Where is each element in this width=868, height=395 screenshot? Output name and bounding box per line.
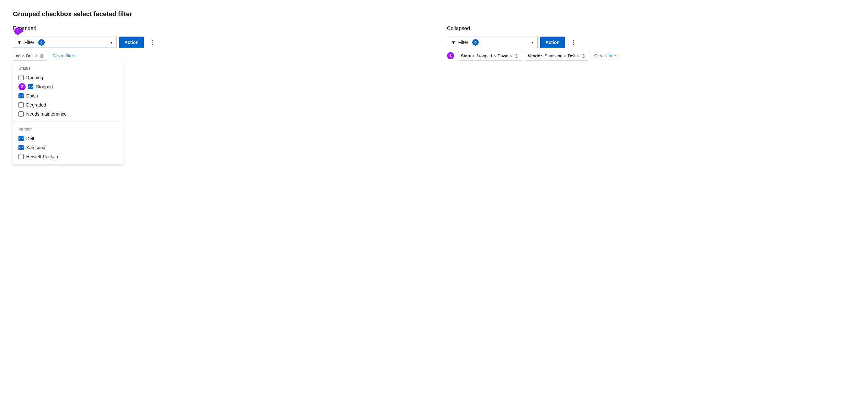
dell-chip-label: Dell [26,54,33,58]
running-checkbox[interactable] [19,75,24,80]
filter-label: Filter [24,40,34,45]
vendor-option-samsung[interactable]: ✓ Samsung [19,143,118,152]
samsung-checkbox[interactable]: ✓ [19,145,24,150]
stopped-checkbox[interactable]: ✓ [28,84,33,89]
partial-chip-close[interactable]: ✕ [22,54,25,58]
collapsed-down-chip-label: Down [497,54,508,58]
needs-maintenance-checkbox[interactable] [19,111,24,117]
collapsed-kebab-button[interactable]: ⋮ [567,37,579,48]
status-group-heading: Status [19,66,118,71]
collapsed-chevron-down-icon: ▾ [531,40,533,45]
expanded-section: Expanded 1 ▼ Filter 4 ▾ Action [13,26,421,164]
annotation-badge-3: 3 [447,52,454,59]
expanded-dropdown-panel: Status Running 2 ✓ Stopped [13,61,123,164]
stopped-label: Stopped [36,84,53,89]
collapsed-label: Collapsed [447,26,855,31]
collapsed-status-group-label: Status [461,54,474,58]
running-label: Running [26,75,43,80]
collapsed-status-group-close[interactable]: ⊗ [514,53,519,59]
expanded-partial-chip-group: ng ✕ Dell ✕ ⊗ [13,51,47,61]
expanded-kebab-button[interactable]: ⋮ [146,37,158,48]
kebab-icon: ⋮ [149,39,155,46]
filter-funnel-icon: ▼ [17,40,22,45]
chevron-down-icon: ▾ [111,40,113,45]
collapsed-filter-label: Filter [458,40,468,45]
collapsed-toolbar-row: ▼ Filter 4 ▾ Action ⋮ [447,37,855,48]
degraded-checkbox[interactable] [19,102,24,107]
collapsed-down-chip-close[interactable]: ✕ [509,54,513,58]
collapsed-down-chip: Down ✕ [497,54,513,58]
status-option-needs-maintenance[interactable]: Needs maintenance [19,109,118,119]
collapsed-vendor-group-close[interactable]: ⊗ [581,53,586,59]
status-option-running[interactable]: Running [19,73,118,82]
annotation-1-badge: 1 [14,28,21,35]
collapsed-chips-row: 3 Status Stopped ✕ Down ✕ ⊗ Vendor Samsu… [447,51,855,61]
annotation-badge-1: 1 [14,28,21,35]
collapsed-stopped-chip-label: Stopped [476,54,492,58]
vendor-group: Vendor ✓ Dell ✓ Samsung Hewlett-Packard [13,121,123,164]
collapsed-action-button[interactable]: Action [540,37,565,48]
stopped-row: 2 ✓ Stopped [19,82,118,91]
collapsed-samsung-chip: Samsung ✕ [545,54,567,58]
collapsed-kebab-icon: ⋮ [570,39,576,46]
collapsed-stopped-chip: Stopped ✕ [476,54,496,58]
collapsed-section: Collapsed ▼ Filter 4 ▾ Action ⋮ 3 Status [447,26,855,61]
degraded-label: Degraded [26,102,46,107]
collapsed-clear-filters-button[interactable]: Clear filters [592,53,620,58]
expanded-chips-row: ng ✕ Dell ✕ ⊗ Clear filters [13,51,421,61]
collapsed-filter-count-badge: 4 [472,39,479,46]
down-label: Down [26,93,38,98]
expanded-action-button[interactable]: Action [119,37,144,48]
annotation-2-wrapper: 2 [19,83,26,90]
expanded-filter-toggle[interactable]: ▼ Filter 4 ▾ [13,37,117,48]
chip-group-close-1[interactable]: ⊗ [39,53,44,59]
collapsed-dell-chip: Dell ✕ [568,54,579,58]
collapsed-filter-toggle[interactable]: ▼ Filter 4 ▾ [447,37,538,48]
dell-vendor-label: Dell [26,136,34,141]
dell-chip-close[interactable]: ✕ [35,54,37,58]
annotation-badge-2: 2 [19,83,26,90]
status-option-stopped[interactable]: ✓ Stopped [28,82,118,91]
collapsed-vendor-group-label: Vendor [528,54,542,58]
partial-chip-label: ng [16,54,21,58]
collapsed-samsung-chip-label: Samsung [545,54,563,58]
collapsed-status-chip-group: Status Stopped ✕ Down ✕ ⊗ [458,51,522,61]
hp-label: Hewlett-Packard [26,154,60,159]
expanded-toolbar-row: 1 ▼ Filter 4 ▾ Action ⋮ [13,37,421,48]
expanded-label: Expanded [13,26,421,31]
vendor-group-heading: Vendor [19,127,118,131]
status-option-degraded[interactable]: Degraded [19,100,118,109]
needs-maintenance-label: Needs maintenance [26,111,67,117]
collapsed-samsung-chip-close[interactable]: ✕ [563,54,566,58]
vendor-option-dell[interactable]: ✓ Dell [19,134,118,143]
expanded-clear-filters-button[interactable]: Clear filters [50,53,78,58]
collapsed-dell-chip-label: Dell [568,54,575,58]
down-checkbox[interactable]: ✓ [19,93,24,98]
collapsed-dell-chip-close[interactable]: ✕ [577,54,580,58]
dell-checkbox[interactable]: ✓ [19,136,24,141]
collapsed-vendor-chip-group: Vendor Samsung ✕ Dell ✕ ⊗ [525,51,589,61]
vendor-option-hp[interactable]: Hewlett-Packard [19,152,118,161]
page-title: Grouped checkbox select faceted filter [13,10,855,18]
collapsed-stopped-chip-close[interactable]: ✕ [493,54,496,58]
status-group: Status Running 2 ✓ Stopped [13,61,123,121]
hp-checkbox[interactable] [19,154,24,159]
status-option-down[interactable]: ✓ Down [19,91,118,100]
samsung-label: Samsung [26,145,45,150]
filter-count-badge: 4 [38,39,45,46]
collapsed-filter-funnel-icon: ▼ [451,40,456,45]
sections-wrapper: Expanded 1 ▼ Filter 4 ▾ Action [13,26,855,164]
